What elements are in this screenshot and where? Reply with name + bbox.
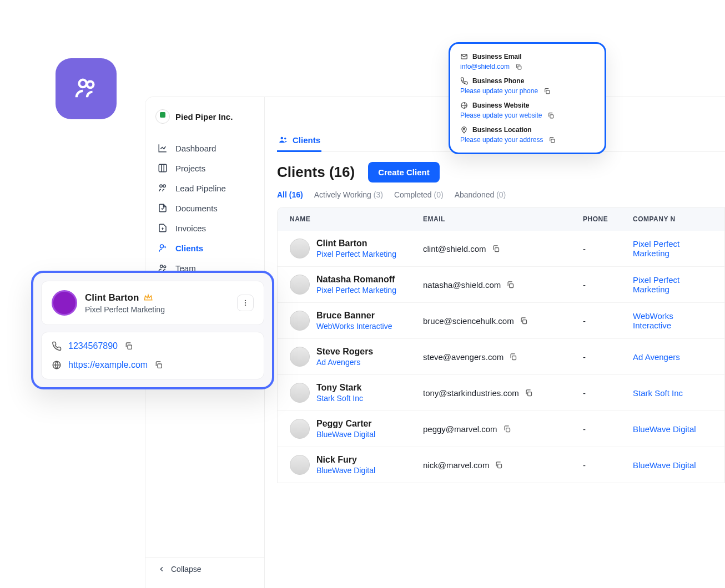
copy-icon[interactable]	[124, 342, 133, 351]
client-company-col[interactable]: WebWorks Interactive	[633, 311, 712, 330]
table-header: NAME EMAIL PHONE COMPANY N	[278, 207, 724, 231]
filters: All (16) Actively Working (3) Completed …	[277, 190, 725, 207]
sidebar-item-dashboard[interactable]: Dashboard	[145, 138, 264, 158]
table-row[interactable]: Clint Barton Pixel Perfect Marketing cli…	[278, 231, 724, 267]
client-company-col[interactable]: Pixel Perfect Marketing	[633, 275, 712, 294]
client-company-col[interactable]: BlueWave Digital	[633, 424, 712, 434]
business-email-value[interactable]: info@shield.com	[460, 63, 595, 70]
client-name: Clint Barton	[316, 239, 396, 249]
svg-point-4	[163, 185, 166, 187]
svg-point-6	[160, 265, 163, 268]
client-email: peggy@marvel.com	[423, 424, 497, 434]
copy-icon[interactable]	[492, 245, 500, 253]
tab-clients[interactable]: Clients	[277, 129, 321, 152]
svg-point-9	[281, 137, 284, 140]
client-website-row: https://example.com	[52, 360, 254, 370]
client-company-link[interactable]: Stark Soft Inc	[316, 394, 363, 403]
filter-all[interactable]: All (16)	[277, 190, 303, 199]
svg-point-18	[245, 300, 246, 301]
tab-label: Clients	[293, 135, 320, 145]
business-website-value[interactable]: Please update your website	[460, 111, 595, 119]
table-row[interactable]: Natasha Romanoff Pixel Perfect Marketing…	[278, 267, 724, 303]
client-info: Clint Barton Pixel Perfect Marketing	[85, 292, 165, 314]
business-info-card: Business Email info@shield.com Business …	[449, 42, 606, 154]
business-email-field: Business Email info@shield.com	[460, 53, 595, 70]
client-company-link[interactable]: Pixel Perfect Marketing	[316, 286, 396, 295]
copy-icon[interactable]	[503, 425, 511, 433]
copy-icon[interactable]	[495, 461, 503, 469]
table-row[interactable]: Peggy Carter BlueWave Digital peggy@marv…	[278, 411, 724, 447]
client-company-link[interactable]: WebWorks Interactive	[316, 322, 392, 331]
copy-icon[interactable]	[543, 88, 551, 95]
copy-icon[interactable]	[547, 112, 555, 119]
copy-icon[interactable]	[154, 361, 163, 369]
people-icon	[73, 76, 99, 102]
business-phone-value[interactable]: Please update your phone	[460, 87, 595, 95]
filter-completed[interactable]: Completed (0)	[394, 190, 444, 199]
client-email: clint@shield.com	[423, 244, 486, 254]
table-row[interactable]: Steve Rogers Ad Avengers steve@avengers.…	[278, 339, 724, 375]
invoice-icon	[158, 223, 168, 233]
globe-icon	[52, 360, 62, 370]
svg-rect-15	[527, 392, 531, 396]
page-header: Clients (16) Create Client	[277, 152, 725, 190]
chevron-left-icon	[158, 565, 165, 573]
copy-icon[interactable]	[520, 317, 528, 325]
client-company-col[interactable]: Pixel Perfect Marketing	[633, 239, 712, 258]
filter-abandoned[interactable]: Abandoned (0)	[455, 190, 506, 199]
avatar	[290, 239, 310, 258]
document-icon	[158, 203, 168, 213]
sidebar-item-invoices[interactable]: Invoices	[145, 218, 264, 238]
client-company-col[interactable]: Ad Avengers	[633, 352, 712, 362]
client-company-col[interactable]: BlueWave Digital	[633, 460, 712, 470]
chart-icon	[158, 143, 168, 153]
avatar	[290, 419, 310, 439]
client-phone: -	[583, 244, 633, 254]
page-title: Clients (16)	[277, 164, 355, 181]
clients-table: NAME EMAIL PHONE COMPANY N Clint Barton …	[277, 207, 725, 483]
table-row[interactable]: Tony Stark Stark Soft Inc tony@starkindu…	[278, 375, 724, 411]
copy-icon[interactable]	[515, 63, 522, 70]
business-location-label: Business Location	[460, 126, 595, 134]
create-client-button[interactable]: Create Client	[368, 162, 440, 183]
filter-actively-working[interactable]: Actively Working (3)	[314, 190, 383, 199]
copy-icon[interactable]	[509, 353, 517, 361]
svg-point-1	[87, 82, 94, 88]
table-row[interactable]: Bruce Banner WebWorks Interactive bruce@…	[278, 303, 724, 339]
sidebar-item-clients[interactable]: Clients	[145, 238, 264, 258]
header-phone[interactable]: PHONE	[583, 215, 633, 223]
client-company-link[interactable]: BlueWave Digital	[316, 430, 375, 439]
copy-icon[interactable]	[506, 281, 515, 289]
client-company-link[interactable]: BlueWave Digital	[316, 466, 375, 475]
client-phone[interactable]: 1234567890	[68, 341, 118, 351]
svg-point-29	[464, 128, 465, 130]
header-company[interactable]: COMPANY N	[633, 215, 712, 223]
client-name-row: Clint Barton	[85, 292, 165, 303]
copy-icon[interactable]	[548, 136, 556, 144]
client-company-col[interactable]: Stark Soft Inc	[633, 388, 712, 398]
more-vertical-icon	[241, 299, 249, 307]
header-email[interactable]: EMAIL	[423, 215, 583, 223]
sidebar-item-projects[interactable]: Projects	[145, 158, 264, 178]
sidebar-item-documents[interactable]: Documents	[145, 198, 264, 218]
sidebar-item-leadpipeline[interactable]: Lead Pipeline	[145, 178, 264, 198]
svg-point-3	[160, 185, 163, 187]
svg-rect-12	[510, 283, 513, 287]
sidebar-item-label: Invoices	[175, 224, 206, 233]
business-location-value[interactable]: Please update your address	[460, 136, 595, 144]
org-selector[interactable]: Pied Piper Inc.	[145, 105, 264, 131]
svg-rect-21	[128, 345, 132, 349]
location-icon	[460, 126, 468, 134]
copy-icon[interactable]	[525, 389, 533, 397]
business-phone-label: Business Phone	[460, 77, 595, 85]
people-icon	[278, 135, 288, 145]
client-phone: -	[583, 388, 633, 398]
client-company-link[interactable]: Pixel Perfect Marketing	[316, 250, 396, 258]
more-actions-button[interactable]	[237, 295, 254, 311]
client-website[interactable]: https://example.com	[68, 360, 148, 370]
header-name[interactable]: NAME	[290, 215, 423, 223]
client-phone: -	[583, 460, 633, 470]
client-company-link[interactable]: Ad Avengers	[316, 358, 373, 367]
collapse-sidebar[interactable]: Collapse	[145, 557, 264, 580]
table-row[interactable]: Nick Fury BlueWave Digital nick@marvel.c…	[278, 447, 724, 483]
